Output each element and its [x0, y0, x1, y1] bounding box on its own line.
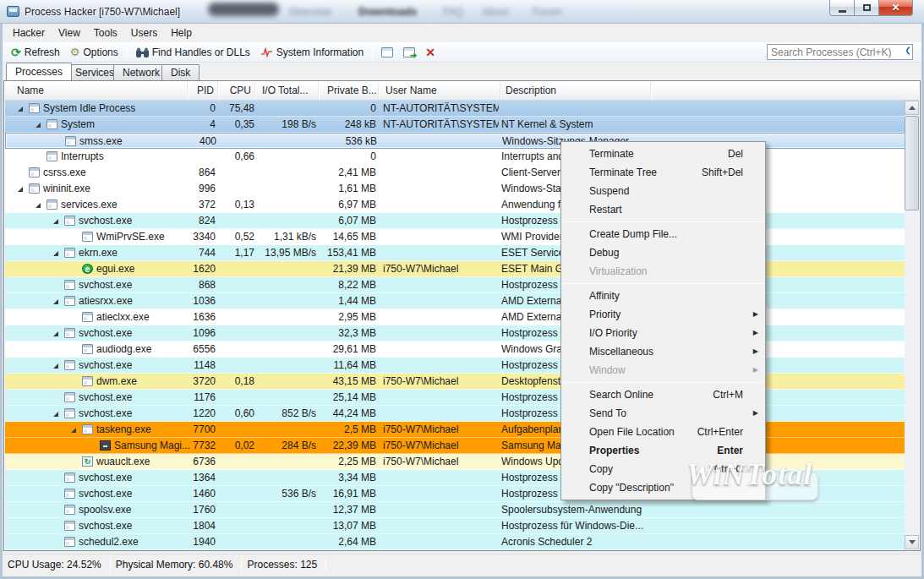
tree-expand-icon[interactable]	[36, 203, 41, 208]
column-header-name[interactable]: Name	[5, 82, 188, 100]
process-row[interactable]: svchost.exe8246,07 MBHostprozess für Win…	[5, 213, 906, 229]
process-io-total	[256, 534, 316, 550]
tree-expand-icon[interactable]	[53, 331, 58, 336]
column-header-cpu[interactable]: CPU	[218, 82, 255, 100]
process-private-bytes: 1,61 MB	[318, 181, 376, 197]
menu-item-restart[interactable]: Restart	[561, 200, 765, 219]
menu-view[interactable]: View	[52, 24, 87, 42]
menu-item-miscellaneous[interactable]: Miscellaneous▶	[561, 342, 765, 361]
tree-expand-icon[interactable]	[53, 412, 58, 417]
process-row[interactable]: spoolsv.exe176012,37 MBSpoolersubsystem-…	[5, 502, 906, 518]
scrollbar-thumb[interactable]	[905, 116, 919, 210]
process-row[interactable]: svchost.exe109632,3 MBHostprozess für Wi…	[5, 325, 906, 341]
menu-item-label: Send To	[589, 407, 626, 419]
process-row[interactable]: ↻wuauclt.exe67362,25 MBi750-W7\MichaelWi…	[5, 454, 906, 470]
menu-help[interactable]: Help	[164, 24, 199, 42]
tree-expand-icon[interactable]	[53, 299, 58, 304]
refresh-button[interactable]: ⟳ Refresh	[6, 45, 65, 60]
scroll-up-button[interactable]	[905, 101, 919, 115]
process-pid: 1636	[183, 309, 216, 325]
process-row[interactable]: services.exe3720,136,97 MBAnwendung für …	[5, 197, 906, 213]
process-io-total	[256, 374, 316, 390]
column-header-description[interactable]: Description	[500, 82, 651, 100]
process-row[interactable]: atieclxx.exe16362,95 MBAMD External Even…	[5, 309, 906, 325]
column-header-pid[interactable]: PID	[188, 82, 218, 100]
menu-item-suspend[interactable]: Suspend	[561, 182, 765, 200]
close-x-button[interactable]: ✕	[420, 46, 440, 59]
search-icon[interactable]	[905, 46, 910, 58]
menu-item-debug[interactable]: Debug	[561, 243, 765, 262]
tree-expand-icon[interactable]	[71, 428, 76, 433]
menu-item-terminate-tree[interactable]: Terminate TreeShift+Del	[561, 163, 765, 182]
find-handles-button[interactable]: Find Handles or DLLs	[131, 45, 255, 60]
toolbar-separator	[127, 46, 128, 59]
process-row[interactable]: eegui.exe162021,39 MBi750-W7\MichaelESET…	[5, 261, 906, 277]
process-row[interactable]: WmiPrvSE.exe33400,521,31 kB/s14,65 MBWMI…	[5, 229, 906, 245]
window-go-button[interactable]	[398, 46, 420, 59]
process-row[interactable]: svchost.exe1460536 B/s16,91 MBHostprozes…	[5, 486, 906, 502]
process-cpu: 0,52	[217, 229, 254, 245]
menu-tools[interactable]: Tools	[87, 24, 124, 42]
process-row[interactable]: Samsung Magi...77320,02284 B/s22,39 MBi7…	[5, 438, 906, 454]
tree-expand-icon[interactable]	[36, 123, 41, 128]
menu-item-i-o-priority[interactable]: I/O Priority▶	[561, 324, 765, 342]
options-button[interactable]: ⚙ Options	[65, 45, 123, 60]
system-information-button[interactable]: System Information	[255, 45, 369, 60]
menu-item-properties[interactable]: PropertiesEnter	[561, 441, 765, 460]
tree-expand-icon[interactable]	[18, 187, 23, 192]
process-row[interactable]: Interrupts0,660Interrupts and DPCs	[5, 149, 906, 165]
process-row[interactable]: audiodg.exe655629,61 MBWindows Graphisol…	[5, 341, 906, 358]
tab-processes[interactable]: Processes	[6, 63, 72, 80]
process-row[interactable]: csrss.exe8642,41 MBClient-Serverlaufzeit…	[5, 165, 906, 181]
tab-disk[interactable]: Disk	[161, 64, 200, 80]
refresh-icon: ⟳	[11, 47, 21, 57]
menu-item-send-to[interactable]: Send To▶	[561, 404, 765, 423]
minimize-button[interactable]	[829, 0, 855, 16]
menu-item-label: I/O Priority	[589, 327, 637, 339]
process-row[interactable]: System Idle Process075,480NT-AUTORITÄT\S…	[5, 101, 906, 117]
tree-expand-icon[interactable]	[53, 251, 58, 256]
menu-item-open-file-location[interactable]: Open File LocationCtrl+Enter	[561, 423, 765, 441]
process-user-name: i750-W7\Michael	[383, 374, 499, 390]
process-row[interactable]: taskeng.exe77002,5 MBi750-W7\MichaelAufg…	[5, 422, 906, 438]
process-row[interactable]: schedul2.exe19402,64 MBAcronis Scheduler…	[5, 534, 906, 550]
scroll-down-button[interactable]	[905, 535, 919, 549]
tree-expand-icon[interactable]	[18, 107, 23, 112]
process-row[interactable]: svchost.exe8688,22 MBHostprozess für Win…	[5, 277, 906, 293]
process-row[interactable]: System40,35198 B/s248 kBNT-AUTORITÄT\SYS…	[5, 117, 906, 133]
menu-users[interactable]: Users	[124, 24, 164, 42]
process-row[interactable]: atiesrxx.exe10361,44 MBAMD External Even…	[5, 293, 906, 309]
process-row[interactable]: smss.exe400536 kBWindows-Sitzungs-Manage…	[5, 133, 906, 149]
process-row[interactable]: svchost.exe12200,60852 B/s44,24 MBHostpr…	[5, 406, 906, 422]
menu-item-affinity[interactable]: Affinity	[561, 287, 765, 305]
process-cpu: 0,60	[217, 406, 254, 422]
process-row[interactable]: ekrn.exe7441,1713,95 MB/s153,41 MBESET S…	[5, 245, 906, 261]
menu-item-priority[interactable]: Priority▶	[561, 305, 765, 324]
menu-item-create-dump-file[interactable]: Create Dump File...	[561, 225, 765, 243]
process-row[interactable]: wininit.exe9961,61 MBWindows-Startanwend…	[5, 181, 906, 197]
status-divider	[325, 557, 326, 572]
menu-hacker[interactable]: Hacker	[6, 24, 52, 42]
menu-item-search-online[interactable]: Search OnlineCtrl+M	[561, 385, 765, 404]
maximize-button[interactable]	[855, 0, 879, 16]
menu-item-copy[interactable]: CopyCtrl+C	[561, 460, 765, 478]
process-row[interactable]: svchost.exe117625,14 MBHostprozess für W…	[5, 390, 906, 406]
close-button[interactable]: ✕	[879, 0, 913, 16]
tree-expand-icon[interactable]	[53, 363, 58, 369]
vertical-scrollbar[interactable]	[905, 101, 919, 549]
search-box[interactable]	[767, 44, 913, 60]
column-header-io-total[interactable]: I/O Total...	[255, 82, 319, 100]
search-input[interactable]	[768, 46, 905, 58]
process-row[interactable]: svchost.exe13643,34 MBHostprozess für Wi…	[5, 470, 906, 486]
blank-window-button[interactable]	[376, 46, 398, 59]
submenu-arrow-icon: ▶	[753, 361, 758, 380]
column-header-private-bytes[interactable]: Private B...	[319, 82, 379, 100]
column-header-user-name[interactable]: User Name	[379, 82, 500, 100]
tree-expand-icon[interactable]	[53, 219, 58, 224]
process-row[interactable]: svchost.exe114811,64 MBHostprozess für W…	[5, 358, 906, 374]
process-row[interactable]: svchost.exe180413,07 MBHostprozess für W…	[5, 518, 906, 534]
process-row[interactable]: dwm.exe37200,1843,15 MBi750-W7\MichaelDe…	[5, 374, 906, 390]
menu-item-copy-description[interactable]: Copy "Description"	[561, 478, 765, 497]
process-io-total	[256, 422, 316, 438]
menu-item-terminate[interactable]: TerminateDel	[561, 145, 765, 163]
